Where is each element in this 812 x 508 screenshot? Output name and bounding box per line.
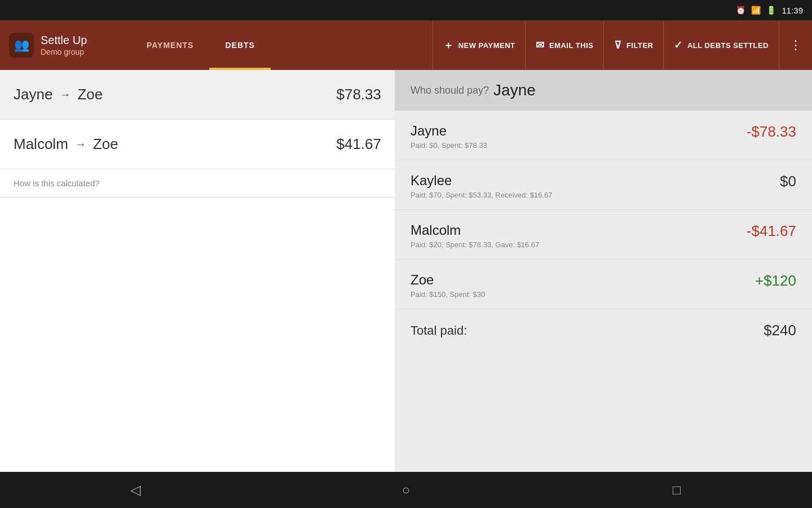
alarm-icon: ⏰	[736, 6, 745, 15]
filter-icon: ⊽	[614, 39, 622, 51]
debt-from-malcolm: Malcolm	[14, 135, 68, 153]
who-should-pay-label: Who should pay?	[411, 85, 489, 97]
person-row-jayne[interactable]: Jayne Paid: $0, Spent: $78.33 -$78.33	[395, 111, 812, 160]
recents-icon: □	[673, 482, 681, 498]
new-payment-icon: ＋	[443, 38, 454, 52]
debts-panel: Jayne → Zoe $78.33 Malcolm → Zoe $41.67 …	[0, 70, 395, 472]
app-title-group: Settle Up Demo group	[41, 33, 87, 57]
new-payment-label: NEW PAYMENT	[458, 41, 515, 50]
person-details-jayne: Paid: $0, Spent: $78.33	[411, 141, 487, 150]
how-calculated-link[interactable]: How is this calculated?	[0, 169, 395, 198]
total-row: Total paid: $240	[395, 309, 812, 352]
all-debts-settled-button[interactable]: ✓ ALL DEBTS SETTLED	[664, 20, 779, 70]
person-amount-kaylee: $0	[780, 173, 796, 190]
app-title: Settle Up	[41, 33, 87, 47]
back-button[interactable]: ◁	[113, 476, 158, 503]
person-amount-jayne: -$78.33	[747, 123, 796, 141]
app-bar: 👥 Settle Up Demo group PAYMENTS DEBTS ＋ …	[0, 20, 812, 70]
debt-label-malcolm-zoe: Malcolm → Zoe	[14, 135, 118, 153]
app-logo-area: 👥 Settle Up Demo group	[9, 33, 122, 58]
filter-button[interactable]: ⊽ FILTER	[604, 20, 664, 70]
app-subtitle: Demo group	[41, 47, 87, 57]
who-should-pay-name: Jayne	[493, 81, 536, 99]
debt-amount-malcolm-zoe: $41.67	[336, 135, 381, 153]
how-calculated-text: How is this calculated?	[14, 178, 100, 188]
debt-arrow-icon: →	[59, 88, 70, 101]
tab-debts[interactable]: DEBTS	[209, 20, 270, 70]
home-button[interactable]: ○	[383, 476, 429, 503]
more-options-button[interactable]: ⋮	[779, 20, 812, 70]
all-debts-settled-label: ALL DEBTS SETTLED	[687, 41, 769, 50]
app-logo-icon: 👥	[9, 33, 34, 58]
debt-amount-jayne-zoe: $78.33	[336, 86, 381, 103]
person-info-zoe: Zoe Paid: $150, Spent: $30	[411, 272, 485, 299]
main-content: Jayne → Zoe $78.33 Malcolm → Zoe $41.67 …	[0, 70, 812, 472]
home-icon: ○	[402, 482, 411, 498]
person-row-zoe[interactable]: Zoe Paid: $150, Spent: $30 +$120	[395, 260, 812, 309]
person-row-kaylee[interactable]: Kaylee Paid: $70, Spent: $53.33, Receive…	[395, 160, 812, 210]
person-name-kaylee: Kaylee	[411, 173, 553, 189]
person-details-malcolm: Paid: $20, Spent: $78.33, Gave: $16.67	[411, 240, 539, 249]
battery-icon: 🔋	[766, 6, 776, 15]
detail-panel: Who should pay? Jayne Jayne Paid: $0, Sp…	[395, 70, 812, 472]
status-icons: ⏰ 📶 🔋 11:39	[736, 6, 803, 15]
wifi-icon: 📶	[751, 6, 761, 15]
email-label: EMAIL THIS	[549, 41, 593, 50]
debt-item-jayne-zoe[interactable]: Jayne → Zoe $78.33	[0, 70, 395, 120]
debt-to-zoe: Zoe	[77, 86, 103, 103]
status-bar: ⏰ 📶 🔋 11:39	[0, 0, 812, 20]
recents-button[interactable]: □	[654, 476, 699, 503]
person-details-zoe: Paid: $150, Spent: $30	[411, 290, 485, 299]
debt-item-malcolm-zoe[interactable]: Malcolm → Zoe $41.67	[0, 120, 395, 169]
filter-label: FILTER	[626, 41, 654, 50]
debt-label-jayne-zoe: Jayne → Zoe	[14, 86, 103, 103]
person-info-jayne: Jayne Paid: $0, Spent: $78.33	[411, 123, 487, 150]
tab-payments[interactable]: PAYMENTS	[131, 20, 209, 70]
email-this-button[interactable]: ✉ EMAIL THIS	[526, 20, 604, 70]
logo-emoji: 👥	[14, 38, 29, 52]
debt-to-zoe-2: Zoe	[93, 135, 118, 153]
toolbar-actions: ＋ NEW PAYMENT ✉ EMAIL THIS ⊽ FILTER ✓ AL…	[433, 20, 812, 70]
person-name-jayne: Jayne	[411, 123, 487, 139]
person-details-kaylee: Paid: $70, Spent: $53.33, Received: $16.…	[411, 191, 553, 199]
new-payment-button[interactable]: ＋ NEW PAYMENT	[433, 20, 526, 70]
person-row-malcolm[interactable]: Malcolm Paid: $20, Spent: $78.33, Gave: …	[395, 210, 812, 260]
status-time: 11:39	[782, 6, 803, 15]
bottom-nav: ◁ ○ □	[0, 472, 812, 508]
email-icon: ✉	[536, 39, 545, 51]
person-amount-malcolm: -$41.67	[747, 222, 796, 240]
checkmark-icon: ✓	[674, 39, 683, 51]
person-info-kaylee: Kaylee Paid: $70, Spent: $53.33, Receive…	[411, 173, 553, 199]
back-icon: ◁	[130, 482, 140, 498]
detail-header: Who should pay? Jayne	[395, 70, 812, 111]
total-paid-label: Total paid:	[411, 323, 467, 338]
more-icon: ⋮	[789, 38, 802, 52]
debt-arrow-icon-2: →	[75, 138, 86, 151]
person-info-malcolm: Malcolm Paid: $20, Spent: $78.33, Gave: …	[411, 222, 539, 249]
debt-from-jayne: Jayne	[14, 86, 52, 103]
person-name-malcolm: Malcolm	[411, 222, 539, 238]
person-amount-zoe: +$120	[755, 272, 796, 290]
person-name-zoe: Zoe	[411, 272, 485, 288]
nav-tabs: PAYMENTS DEBTS	[131, 20, 271, 70]
total-paid-amount: $240	[764, 322, 796, 339]
